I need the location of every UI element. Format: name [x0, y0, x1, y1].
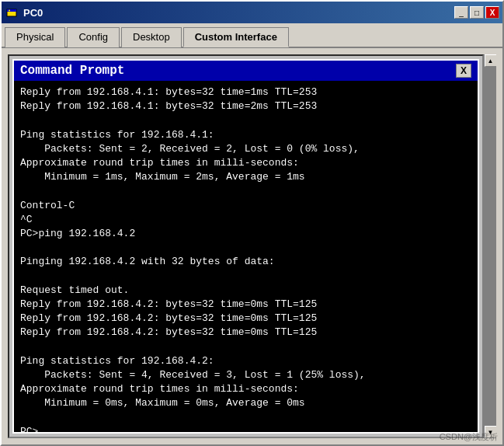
window-title: PC0 — [23, 7, 454, 19]
title-bar: PC0 _ □ X — [2, 2, 502, 23]
svg-point-2 — [9, 10, 10, 12]
maximize-button[interactable]: □ — [470, 6, 484, 19]
scroll-up-button[interactable]: ▲ — [485, 54, 497, 67]
scrollbar: ▲ ▼ — [484, 54, 496, 438]
close-button[interactable]: X — [485, 6, 499, 19]
tab-custom-interface[interactable]: Custom Interface — [183, 27, 289, 47]
tab-bar: Physical Config Desktop Custom Interface — [2, 23, 502, 48]
scroll-track[interactable] — [485, 67, 496, 426]
terminal-output[interactable]: Reply from 192.168.4.1: bytes=32 time=1m… — [14, 81, 478, 432]
tab-desktop[interactable]: Desktop — [121, 27, 182, 47]
window-controls: _ □ X — [454, 6, 499, 19]
svg-rect-1 — [7, 9, 16, 12]
tab-config[interactable]: Config — [67, 27, 120, 47]
tab-physical[interactable]: Physical — [5, 27, 65, 47]
cmd-title-bar: Command Prompt X — [14, 61, 478, 81]
cmd-title: Command Prompt — [20, 64, 124, 78]
main-window: PC0 _ □ X Physical Config Desktop Custom… — [0, 0, 504, 446]
cmd-close-button[interactable]: X — [456, 64, 471, 78]
window-icon — [5, 5, 19, 19]
content-row: Command Prompt X Reply from 192.168.4.1:… — [8, 54, 496, 438]
main-content: Command Prompt X Reply from 192.168.4.1:… — [2, 48, 502, 444]
inner-area: Command Prompt X Reply from 192.168.4.1:… — [8, 54, 484, 438]
minimize-button[interactable]: _ — [454, 6, 468, 19]
command-prompt-window: Command Prompt X Reply from 192.168.4.1:… — [12, 59, 479, 434]
watermark: CSDN@浅度析 — [440, 431, 498, 443]
